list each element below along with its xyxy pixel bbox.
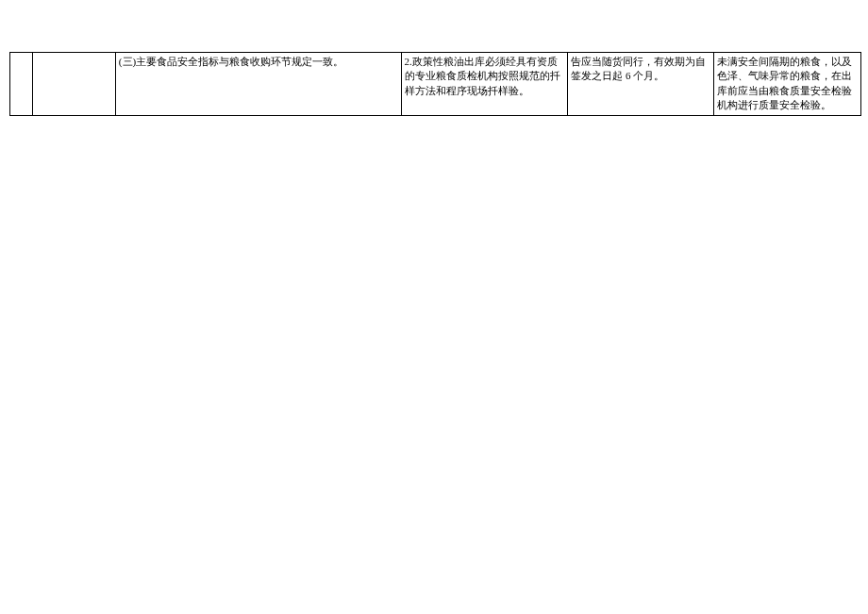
cell-content-5: 告应当随货同行，有效期为自签发之日起 6 个月。 (571, 55, 710, 84)
regulation-table: (三)主要食品安全指标与粮食收购环节规定一致。 2.政策性粮油出库必须经具有资质… (9, 52, 861, 116)
cell-col2 (32, 53, 115, 116)
cell-col3: (三)主要食品安全指标与粮食收购环节规定一致。 (115, 53, 401, 116)
cell-col6: 未满安全间隔期的粮食，以及色泽、气味异常的粮食，在出库前应当由粮食质量安全检验机… (714, 53, 861, 116)
cell-col5: 告应当随货同行，有效期为自签发之日起 6 个月。 (568, 53, 714, 116)
cell-col4: 2.政策性粮油出库必须经具有资质的专业粮食质检机构按照规范的扦样方法和程序现场扦… (401, 53, 568, 116)
table-row: (三)主要食品安全指标与粮食收购环节规定一致。 2.政策性粮油出库必须经具有资质… (10, 53, 861, 116)
document-table-section: (三)主要食品安全指标与粮食收购环节规定一致。 2.政策性粮油出库必须经具有资质… (0, 52, 868, 116)
cell-col1 (10, 53, 33, 116)
cell-content-3: (三)主要食品安全指标与粮食收购环节规定一致。 (119, 55, 398, 69)
cell-content-6: 未满安全间隔期的粮食，以及色泽、气味异常的粮食，在出库前应当由粮食质量安全检验机… (717, 55, 858, 113)
cell-content-4: 2.政策性粮油出库必须经具有资质的专业粮食质检机构按照规范的扦样方法和程序现场扦… (405, 55, 565, 98)
